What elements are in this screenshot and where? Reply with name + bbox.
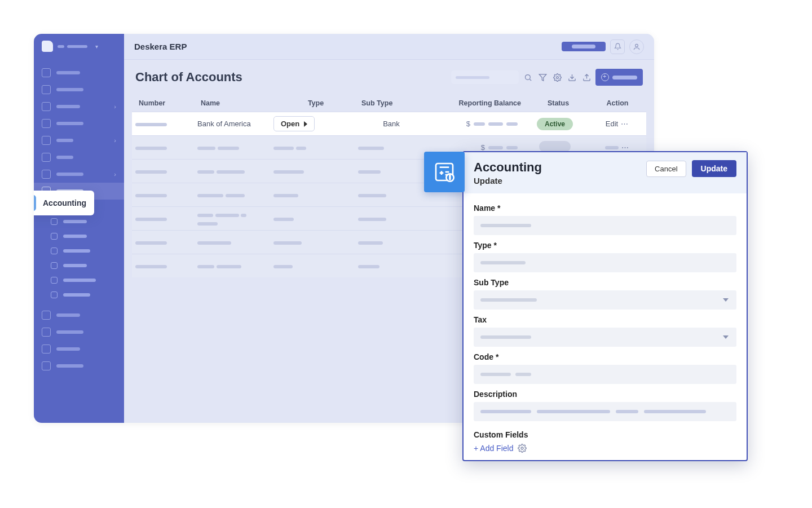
col-balance: Reporting Balance: [431, 99, 524, 107]
nav-item[interactable]: [34, 324, 124, 341]
svg-point-1: [525, 74, 530, 79]
type-input[interactable]: [474, 253, 736, 272]
org-switcher[interactable]: ▾: [34, 34, 124, 59]
nav-subitem[interactable]: [34, 214, 124, 229]
status-badge: [539, 141, 571, 152]
logo-icon: [42, 41, 53, 52]
nav-item[interactable]: ›: [34, 98, 124, 115]
notification-icon[interactable]: [610, 39, 625, 54]
nav-item[interactable]: [34, 115, 124, 132]
chevron-right-icon: ›: [114, 171, 116, 178]
custom-fields-heading: Custom Fields: [474, 430, 736, 439]
label-code: Code *: [474, 352, 736, 361]
download-icon[interactable]: [566, 72, 577, 83]
search-input[interactable]: [451, 70, 519, 84]
subtype-select[interactable]: [474, 290, 736, 310]
filter-icon[interactable]: [537, 72, 548, 83]
label-subtype: Sub Type: [474, 278, 736, 287]
nav-item[interactable]: [34, 357, 124, 374]
table-row[interactable]: Bank of America Open Bank $ Active Edit⋯: [132, 112, 646, 135]
chevron-right-icon: ›: [114, 137, 116, 144]
more-icon[interactable]: ⋯: [621, 120, 629, 128]
accounting-callout: Accounting: [34, 191, 94, 215]
nav-subitem[interactable]: [34, 288, 124, 302]
nav-item[interactable]: ›: [34, 132, 124, 149]
panel-title: Accounting: [474, 160, 542, 175]
plus-icon: [601, 73, 609, 81]
add-account-button[interactable]: [595, 69, 643, 86]
cancel-button[interactable]: Cancel: [646, 161, 686, 177]
nav-subitem[interactable]: [34, 273, 124, 288]
page-header: Chart of Accounts: [124, 60, 654, 95]
sidebar: ▾ › › ›: [34, 34, 124, 423]
panel-icon: i: [424, 152, 465, 192]
nav-subitem[interactable]: [34, 258, 124, 273]
label-name: Name *: [474, 204, 736, 213]
panel-subtitle: Update: [474, 176, 542, 185]
svg-text:i: i: [449, 175, 451, 180]
chevron-down-icon: ▾: [95, 43, 98, 50]
nav-item[interactable]: [34, 81, 124, 98]
update-button[interactable]: Update: [692, 160, 736, 177]
nav-item[interactable]: [34, 307, 124, 324]
calculator-icon: [34, 195, 36, 211]
svg-point-0: [636, 44, 638, 47]
col-subtype: Sub Type: [358, 99, 431, 107]
nav-item[interactable]: [34, 341, 124, 357]
svg-point-17: [521, 447, 523, 449]
col-name: Name: [197, 99, 273, 107]
panel-header: Accounting Update Cancel Update: [464, 152, 747, 193]
topbar-title: Deskera ERP: [134, 42, 187, 51]
upload-icon[interactable]: [581, 72, 592, 83]
chevron-right-icon: ›: [114, 103, 116, 110]
nav-subitem[interactable]: [34, 229, 124, 244]
row-subtype: Bank: [355, 120, 428, 128]
row-name: Bank of America: [194, 120, 270, 128]
topbar-primary-button[interactable]: [562, 42, 606, 51]
label-description: Description: [474, 390, 736, 399]
topbar: Deskera ERP: [124, 34, 654, 60]
name-input[interactable]: [474, 216, 736, 235]
table-header: Number Name Type Sub Type Reporting Bala…: [132, 95, 646, 112]
search-icon[interactable]: [522, 72, 533, 83]
nav-item[interactable]: [34, 64, 124, 81]
col-status: Status: [524, 99, 592, 107]
col-type: Type: [273, 99, 358, 107]
nav-subitem[interactable]: [34, 244, 124, 258]
tax-select[interactable]: [474, 328, 736, 347]
col-action: Action: [592, 99, 643, 107]
edit-link[interactable]: Edit: [606, 120, 618, 128]
code-input[interactable]: [474, 365, 736, 384]
more-icon[interactable]: ⋯: [621, 143, 630, 152]
status-badge: Active: [537, 118, 573, 130]
account-edit-panel: i Accounting Update Cancel Update Name *…: [462, 151, 748, 461]
nav-item[interactable]: ›: [34, 166, 124, 183]
label-tax: Tax: [474, 315, 736, 324]
description-input[interactable]: [474, 402, 736, 421]
open-dropdown[interactable]: Open: [273, 116, 315, 131]
svg-point-2: [556, 76, 558, 78]
panel-body: Name * Type * Sub Type Tax Code * Descri…: [464, 193, 747, 460]
add-field-link[interactable]: + Add Field: [474, 444, 736, 453]
accounting-label: Accounting: [43, 198, 86, 207]
gear-icon[interactable]: [518, 444, 527, 453]
nav-item[interactable]: [34, 149, 124, 166]
col-number: Number: [135, 99, 197, 107]
label-type: Type *: [474, 241, 736, 250]
gear-icon[interactable]: [551, 72, 563, 83]
avatar-icon[interactable]: [629, 39, 644, 54]
page-title: Chart of Accounts: [135, 70, 242, 85]
caret-right-icon: [304, 121, 307, 127]
